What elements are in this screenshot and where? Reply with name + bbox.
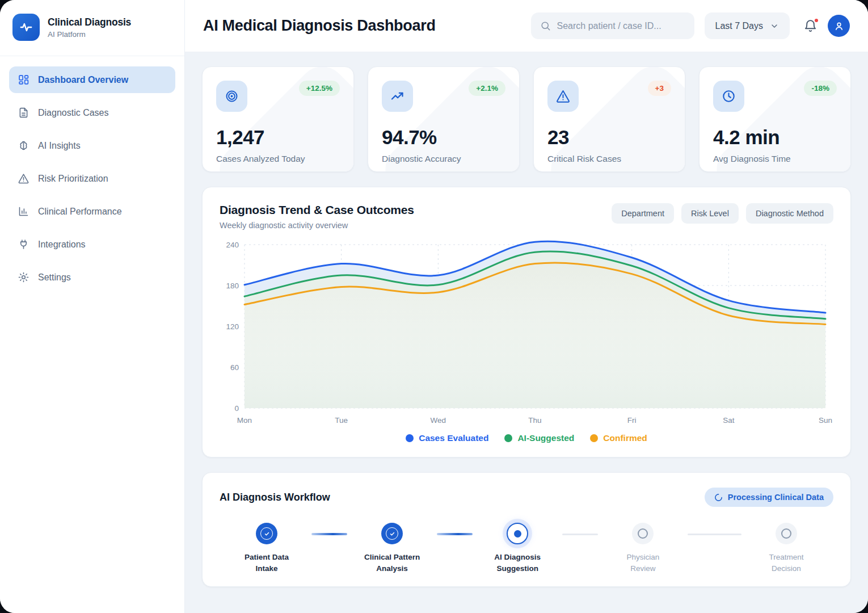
legend-label: Cases Evaluated [419, 433, 488, 443]
target-icon [216, 81, 247, 112]
sidebar-item-diagnostic-cases[interactable]: Diagnostic Cases [9, 99, 175, 126]
stat-label: Avg Diagnosis Time [713, 154, 837, 164]
svg-text:Sun: Sun [819, 416, 832, 425]
step-pending-icon [776, 523, 797, 544]
workflow-step-clinical-pattern-analysis: Clinical PatternAnalysis [354, 523, 430, 574]
app-window: Clinical Diagnosis AI Platform Dashboard… [0, 0, 868, 613]
step-connector [437, 533, 473, 535]
svg-text:240: 240 [226, 241, 239, 249]
brand-title: Clinical Diagnosis [48, 16, 131, 28]
svg-text:Fri: Fri [627, 416, 637, 425]
legend-dot [590, 434, 598, 442]
sidebar-item-label: Clinical Performance [38, 207, 122, 217]
user-icon [833, 20, 845, 32]
step-connector [688, 534, 741, 535]
legend-item: AI-Suggested [504, 433, 574, 443]
sidebar-item-clinical-performance[interactable]: Clinical Performance [9, 198, 175, 225]
date-range-button[interactable]: Last 7 Days [705, 12, 790, 39]
filter-department[interactable]: Department [612, 203, 674, 224]
workflow-step-patient-data-intake: Patient DataIntake [229, 523, 305, 574]
stat-label: Cases Analyzed Today [216, 154, 340, 164]
alert-triangle-icon [547, 81, 579, 112]
clock-icon [713, 81, 744, 112]
sidebar-item-label: Risk Prioritization [38, 174, 108, 184]
dashboard-grid-icon [18, 74, 30, 86]
step-connector [562, 534, 598, 535]
svg-text:Mon: Mon [237, 416, 252, 425]
notifications-button[interactable] [803, 19, 818, 33]
spinner-icon [714, 493, 723, 502]
sidebar-item-dashboard-overview[interactable]: Dashboard Overview [9, 66, 175, 93]
sidebar-item-risk-prioritization[interactable]: Risk Prioritization [9, 165, 175, 192]
trend-chart: 060120180240MonTueWedThuFriSatSun [220, 240, 833, 430]
search-icon [540, 20, 551, 31]
filter-diagnostic-method[interactable]: Diagnostic Method [746, 203, 833, 224]
stat-label: Diagnostic Accuracy [382, 154, 505, 164]
app-logo [12, 14, 40, 41]
legend-item: Confirmed [590, 433, 647, 443]
chart-title: Diagnosis Trend & Case Outcomes [220, 203, 414, 217]
workflow-status-badge: Processing Clinical Data [705, 488, 833, 507]
svg-text:Wed: Wed [431, 416, 446, 425]
legend-label: Confirmed [603, 433, 647, 443]
filter-risk-level[interactable]: Risk Level [681, 203, 739, 224]
stat-value: 94.7% [382, 126, 505, 149]
stat-card-critical-risk: +3 23 Critical Risk Cases [533, 66, 685, 172]
brand: Clinical Diagnosis AI Platform [0, 0, 184, 56]
svg-text:0: 0 [234, 404, 239, 413]
sidebar-item-label: AI Insights [38, 141, 81, 151]
bar-chart-icon [18, 205, 30, 217]
stat-badge: +2.1% [469, 81, 505, 96]
svg-text:Tue: Tue [335, 416, 348, 425]
legend-dot [504, 434, 512, 442]
workflow-step-ai-diagnosis-suggestion: AI DiagnosisSuggestion [479, 523, 555, 574]
chart-subtitle: Weekly diagnostic activity overview [220, 221, 414, 230]
workflow-step-physician-review: PhysicianReview [605, 523, 681, 574]
workflow-card: AI Diagnosis Workflow Processing Clinica… [202, 472, 851, 587]
brand-subtitle: AI Platform [48, 30, 131, 39]
stat-card-diagnostic-accuracy: +2.1% 94.7% Diagnostic Accuracy [368, 66, 520, 172]
workflow-steps: Patient DataIntake Clinical PatternAnaly… [220, 523, 833, 574]
sidebar-item-label: Diagnostic Cases [38, 108, 109, 118]
stat-value: 1,247 [216, 126, 340, 149]
stat-card-avg-diagnosis-time: -18% 4.2 min Avg Diagnosis Time [699, 66, 851, 172]
legend-item: Cases Evaluated [406, 433, 488, 443]
brain-icon [18, 140, 30, 152]
topbar: AI Medical Diagnosis Dashboard Last 7 Da… [185, 0, 868, 52]
trending-up-icon [382, 81, 413, 112]
stat-value: 23 [547, 126, 671, 149]
legend-dot [406, 434, 414, 442]
notification-dot [814, 18, 819, 23]
document-icon [18, 107, 30, 119]
step-done-icon [256, 523, 277, 544]
legend-label: AI-Suggested [517, 433, 574, 443]
stat-label: Critical Risk Cases [547, 154, 671, 164]
svg-text:60: 60 [230, 363, 239, 372]
sidebar-item-settings[interactable]: Settings [9, 264, 175, 291]
svg-text:Sat: Sat [723, 416, 735, 425]
user-avatar[interactable] [828, 15, 850, 37]
stat-card-cases-analyzed: +12.5% 1,247 Cases Analyzed Today [202, 66, 354, 172]
step-active-icon [507, 523, 528, 544]
chart-legend: Cases EvaluatedAI-SuggestedConfirmed [220, 433, 833, 443]
stat-cards-row: +12.5% 1,247 Cases Analyzed Today +2.1% … [202, 66, 851, 172]
svg-text:120: 120 [226, 322, 239, 331]
gear-icon [18, 271, 30, 283]
stat-badge: +3 [648, 81, 671, 96]
page-title: AI Medical Diagnosis Dashboard [203, 17, 436, 35]
trend-chart-card: Diagnosis Trend & Case Outcomes Weekly d… [202, 187, 851, 457]
svg-text:180: 180 [226, 282, 239, 290]
step-pending-icon [632, 523, 654, 544]
date-range-label: Last 7 Days [715, 21, 763, 31]
stat-badge: -18% [804, 81, 837, 96]
sidebar-item-ai-insights[interactable]: AI Insights [9, 132, 175, 159]
alert-triangle-icon [18, 173, 30, 184]
workflow-status-label: Processing Clinical Data [728, 493, 824, 502]
search-input[interactable] [557, 21, 685, 31]
sidebar-item-label: Settings [38, 272, 71, 283]
search-box[interactable] [531, 12, 694, 39]
sidebar-item-integrations[interactable]: Integrations [9, 231, 175, 258]
sidebar-item-label: Dashboard Overview [38, 75, 128, 85]
pulse-icon [19, 20, 33, 35]
trend-chart-svg: 060120180240MonTueWedThuFriSatSun [220, 240, 832, 427]
